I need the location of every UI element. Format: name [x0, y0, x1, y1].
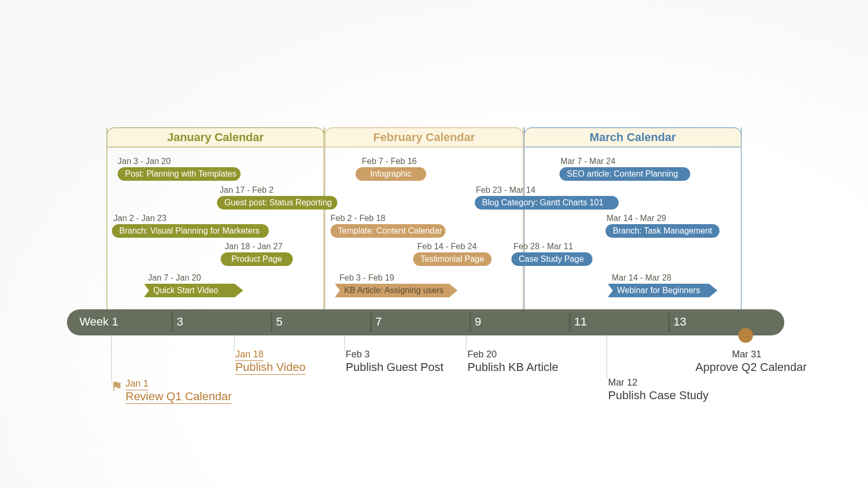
task-bar[interactable]: Branch: Task Management: [606, 224, 719, 238]
axis-tick-label: 13: [673, 315, 686, 329]
milestone-stem: [234, 335, 235, 351]
milestone-date: Feb 20: [467, 349, 497, 360]
flag-icon: [111, 380, 123, 392]
milestone-date: Feb 3: [346, 349, 370, 360]
milestone-date: Jan 1: [125, 378, 149, 389]
task-label: Branch: Task Management: [613, 226, 712, 236]
task-label: Post: Planning with Templates: [125, 169, 236, 179]
milestone-stem: [111, 335, 112, 382]
milestone-title[interactable]: Publish KB Article: [467, 361, 558, 374]
task-label: Blog Category: Gantt Charts 101: [482, 198, 603, 207]
task-bar[interactable]: SEO article: Content Planning: [559, 167, 690, 181]
axis-tick-label: 9: [475, 315, 481, 329]
task-label: Testimonial Page: [420, 254, 484, 264]
task-date: Jan 18 - Jan 27: [225, 242, 282, 251]
milestone-dot-icon[interactable]: [738, 328, 753, 343]
task-label: KB Article: Assigning users: [344, 286, 443, 295]
task-label: Webinar for Beginners: [617, 286, 700, 295]
task-bar[interactable]: Product Page: [221, 252, 293, 266]
axis-week-label: Week 1: [79, 315, 118, 329]
milestone-date: Jan 18: [235, 349, 264, 360]
task-date: Jan 3 - Jan 20: [118, 157, 170, 166]
axis-tick-label: 5: [276, 315, 282, 329]
task-bar[interactable]: Testimonial Page: [413, 252, 492, 266]
task-bar[interactable]: Post: Planning with Templates: [118, 167, 241, 181]
group-header-january: January Calendar: [107, 127, 324, 147]
milestone-stem: [607, 335, 607, 378]
task-label: Product Page: [232, 254, 282, 264]
task-bar[interactable]: Case Study Page: [511, 252, 592, 266]
timeline-canvas: January Calendar February Calendar March…: [0, 0, 868, 488]
task-label: Quick Start Video: [153, 286, 218, 295]
axis-tick-label: 11: [574, 315, 587, 329]
task-bar[interactable]: KB Article: Assigning users: [335, 284, 458, 297]
task-date: Jan 17 - Feb 2: [220, 185, 273, 195]
task-date: Mar 14 - Mar 29: [607, 214, 666, 223]
task-bar[interactable]: Template: Content Calendar: [330, 224, 446, 238]
group-header-march: March Calendar: [524, 127, 741, 147]
task-bar[interactable]: Quick Start Video: [144, 284, 243, 297]
axis-tick-label: 7: [375, 315, 382, 329]
milestone-title[interactable]: Publish Video: [235, 361, 305, 374]
task-date: Feb 28 - Mar 11: [513, 242, 573, 251]
task-date: Jan 2 - Jan 23: [113, 214, 166, 223]
milestone-date: Mar 12: [608, 377, 637, 388]
task-date: Feb 23 - Mar 14: [476, 185, 535, 195]
task-date: Feb 7 - Feb 16: [362, 157, 417, 166]
timeline-axis: Week 1 3 5 7 9 11 13: [67, 309, 784, 335]
milestone-title[interactable]: Approve Q2 Calendar: [695, 361, 800, 374]
task-bar[interactable]: Guest post: Status Reporting: [217, 196, 337, 210]
task-date: Feb 14 - Feb 24: [417, 242, 477, 251]
task-date: Mar 7 - Mar 24: [561, 157, 615, 166]
task-date: Feb 2 - Feb 18: [330, 214, 385, 223]
task-date: Feb 3 - Feb 19: [339, 273, 394, 283]
milestone-title[interactable]: Review Q1 Calendar: [125, 390, 232, 403]
task-label: SEO article: Content Planning: [567, 169, 678, 179]
task-bar[interactable]: Webinar for Beginners: [608, 284, 717, 297]
milestone-stem: [466, 335, 466, 351]
task-date: Mar 14 - Mar 28: [612, 273, 671, 283]
task-date: Jan 7 - Jan 20: [148, 273, 201, 283]
axis-tick-label: 3: [177, 315, 183, 329]
task-label: Template: Content Calendar: [338, 226, 442, 236]
milestone-title[interactable]: Publish Case Study: [608, 389, 709, 402]
group-header-february: February Calendar: [325, 127, 523, 147]
milestone-date: Mar 31: [731, 349, 762, 360]
task-label: Branch: Visual Planning for Marketers: [119, 226, 259, 236]
task-label: Case Study Page: [519, 254, 584, 264]
task-bar[interactable]: Blog Category: Gantt Charts 101: [475, 196, 619, 210]
task-bar[interactable]: Branch: Visual Planning for Marketers: [112, 224, 269, 238]
task-label: Infographic: [370, 169, 412, 179]
task-bar[interactable]: Infographic: [356, 167, 426, 181]
milestone-title[interactable]: Publish Guest Post: [346, 361, 443, 374]
milestone-stem: [344, 335, 345, 351]
task-label: Guest post: Status Reporting: [224, 198, 332, 207]
